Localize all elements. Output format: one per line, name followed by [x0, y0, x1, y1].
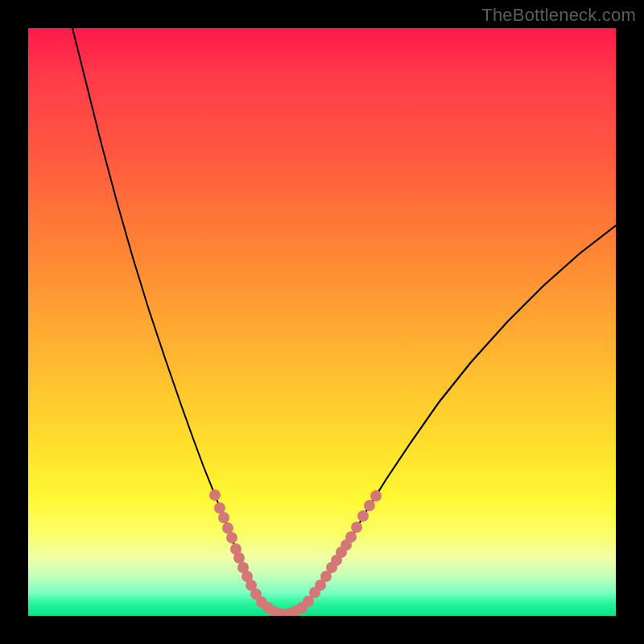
highlight-dot: [345, 531, 357, 543]
highlight-dot: [214, 502, 225, 514]
chart-stage: TheBottleneck.com: [0, 0, 644, 644]
highlight-dot: [226, 532, 237, 543]
highlight-dot: [364, 500, 375, 511]
highlight-dot: [218, 512, 229, 523]
curve-svg: [28, 28, 616, 616]
highlight-dot: [351, 522, 362, 533]
watermark-text: TheBottleneck.com: [481, 5, 636, 26]
marker-group: [209, 489, 382, 616]
highlight-dot: [370, 490, 382, 502]
highlight-dot: [357, 510, 369, 522]
highlight-dot: [222, 522, 233, 534]
curve-right-branch: [300, 225, 616, 609]
highlight-dot: [233, 552, 245, 564]
plot-area: [28, 28, 616, 616]
highlight-dot: [209, 489, 221, 501]
curve-left-branch: [72, 28, 268, 608]
